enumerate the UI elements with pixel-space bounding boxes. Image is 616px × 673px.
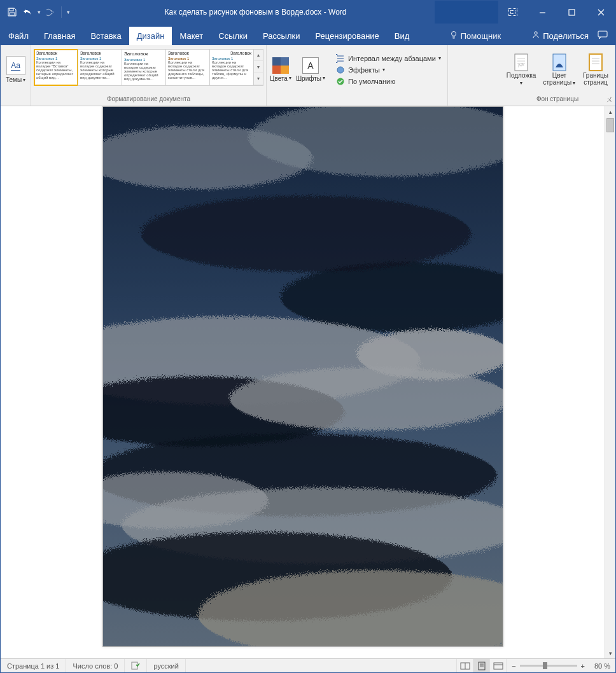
style-thumb-2[interactable]: ЗаголовокЗаголовок 1Коллекции на вкладке… bbox=[78, 49, 122, 86]
qat-customize-icon[interactable]: ▾ bbox=[67, 9, 70, 15]
status-proofing[interactable] bbox=[125, 659, 147, 672]
svg-rect-47 bbox=[494, 663, 503, 669]
tab-view[interactable]: Вид bbox=[387, 27, 417, 45]
redo-icon[interactable] bbox=[46, 7, 56, 17]
close-button[interactable] bbox=[586, 1, 615, 24]
group-fonts: A Шрифты▾ bbox=[292, 45, 329, 106]
view-web-layout-button[interactable] bbox=[489, 659, 506, 672]
fonts-button[interactable]: A Шрифты▾ bbox=[295, 57, 326, 82]
svg-point-6 bbox=[451, 32, 456, 36]
effects-label: Эффекты bbox=[348, 66, 380, 74]
tab-home[interactable]: Главная bbox=[36, 27, 83, 45]
chevron-down-icon: ▾ bbox=[438, 55, 441, 61]
proofing-icon bbox=[131, 661, 140, 671]
scroll-up-icon[interactable]: ▴ bbox=[605, 106, 615, 117]
svg-point-14 bbox=[337, 67, 344, 73]
page-color-icon bbox=[550, 53, 568, 71]
zoom-out-button[interactable]: − bbox=[512, 662, 515, 670]
watermark-icon: Aa bbox=[512, 53, 530, 71]
svg-point-9 bbox=[535, 32, 537, 34]
ribbon: Aa Темы▾ ЗаголовокЗаголовок 1Коллекции н… bbox=[1, 45, 615, 106]
page-borders-label: Границы страниц bbox=[578, 73, 613, 86]
lightbulb-icon bbox=[449, 31, 458, 41]
page-color-button[interactable]: Цвет страницы ▾ bbox=[540, 53, 578, 86]
group-document-formatting: ЗаголовокЗаголовок 1Коллекции на вкладке… bbox=[31, 45, 267, 106]
maximize-button[interactable] bbox=[557, 1, 586, 24]
tab-file[interactable]: Файл bbox=[1, 27, 36, 45]
gallery-down-icon[interactable]: ▾ bbox=[254, 61, 263, 73]
tab-layout[interactable]: Макет bbox=[172, 27, 211, 45]
gallery-scroll[interactable]: ▴▾▾ bbox=[253, 49, 263, 86]
colors-button[interactable]: Цвета▾ bbox=[269, 57, 292, 82]
zoom-control[interactable]: − + 80 % bbox=[506, 659, 615, 672]
titlebar: ▾ ▾ Как сделать рисунок фоновым в Ворде.… bbox=[1, 1, 615, 24]
style-thumb-1[interactable]: ЗаголовокЗаголовок 1Коллекции на вкладке… bbox=[34, 49, 78, 86]
document-area: ▴ ▾ bbox=[1, 106, 615, 658]
ribbon-collapse-icon[interactable]: ㄨ bbox=[606, 95, 613, 104]
watermark-button[interactable]: Aa Подложка▾ bbox=[502, 53, 540, 86]
page-background-image bbox=[103, 107, 503, 646]
status-language[interactable]: русский bbox=[147, 659, 185, 672]
zoom-level[interactable]: 80 % bbox=[589, 662, 610, 670]
effects-button[interactable]: Эффекты▾ bbox=[335, 65, 441, 75]
minimize-button[interactable] bbox=[528, 1, 557, 24]
scroll-down-icon[interactable]: ▾ bbox=[605, 648, 615, 658]
quick-access-toolbar: ▾ ▾ bbox=[1, 1, 76, 24]
undo-dropdown-icon[interactable]: ▾ bbox=[38, 9, 41, 15]
paragraph-spacing-icon bbox=[335, 53, 346, 64]
ribbon-display-button[interactable] bbox=[498, 1, 528, 24]
tab-insert[interactable]: Вставка bbox=[83, 27, 129, 45]
tab-references[interactable]: Ссылки bbox=[211, 27, 255, 45]
zoom-slider[interactable] bbox=[520, 665, 577, 667]
view-print-layout-button[interactable] bbox=[473, 659, 489, 672]
style-thumb-5[interactable]: ЗаголовокЗаголовок 1Коллекции на вкладке… bbox=[209, 49, 254, 86]
group-colors: Цвета▾ bbox=[267, 45, 292, 106]
checkmark-icon bbox=[335, 76, 346, 87]
zoom-slider-thumb[interactable] bbox=[543, 662, 547, 669]
chevron-down-icon: ▾ bbox=[520, 80, 522, 86]
tell-me-label[interactable]: Помощник bbox=[461, 31, 501, 41]
group-themes: Aa Темы▾ bbox=[1, 45, 31, 106]
share-button[interactable]: Поделиться bbox=[543, 31, 589, 41]
document-canvas[interactable] bbox=[1, 106, 605, 658]
comments-icon[interactable] bbox=[598, 31, 608, 41]
themes-button[interactable]: Aa Темы▾ bbox=[3, 56, 29, 83]
scroll-thumb[interactable] bbox=[606, 118, 614, 132]
gallery-more-icon[interactable]: ▾ bbox=[254, 73, 263, 85]
page-color-label: Цвет страницы bbox=[543, 72, 572, 86]
style-thumb-3[interactable]: ЗаголовокЗаголовок 1Коллекции на вкладке… bbox=[122, 49, 166, 86]
user-account-button[interactable] bbox=[435, 1, 498, 24]
qat-separator bbox=[61, 6, 62, 18]
colors-icon bbox=[272, 57, 289, 74]
zoom-in-button[interactable]: + bbox=[581, 662, 585, 670]
svg-rect-0 bbox=[10, 8, 13, 11]
set-default-label: По умолчанию bbox=[348, 78, 395, 85]
fonts-label: Шрифты bbox=[296, 75, 321, 82]
view-read-mode-button[interactable] bbox=[456, 659, 473, 672]
tab-design[interactable]: Дизайн bbox=[129, 27, 172, 45]
ribbon-tabs: Файл Главная Вставка Дизайн Макет Ссылки… bbox=[1, 24, 615, 45]
colors-label: Цвета bbox=[270, 75, 288, 82]
paragraph-spacing-button[interactable]: Интервал между абзацами▾ bbox=[335, 53, 441, 64]
tab-review[interactable]: Рецензирование bbox=[307, 27, 386, 45]
chevron-down-icon: ▾ bbox=[323, 75, 325, 82]
set-default-button[interactable]: По умолчанию bbox=[335, 76, 441, 87]
chevron-down-icon: ▾ bbox=[382, 67, 385, 73]
tab-mailings[interactable]: Рассылки bbox=[255, 27, 307, 45]
status-word-count[interactable]: Число слов: 0 bbox=[66, 659, 125, 672]
undo-icon[interactable] bbox=[22, 7, 32, 17]
share-icon bbox=[531, 31, 540, 41]
style-thumb-4[interactable]: ЗаголовокЗаголовок 1Коллекции на вкладке… bbox=[165, 49, 210, 86]
status-page[interactable]: Страница 1 из 1 bbox=[1, 659, 66, 672]
effects-icon bbox=[335, 65, 346, 75]
page-background-group-label: Фон страницы bbox=[536, 93, 578, 104]
save-icon[interactable] bbox=[7, 7, 17, 17]
page-borders-button[interactable]: Границы страниц bbox=[578, 53, 613, 86]
svg-rect-22 bbox=[589, 54, 602, 71]
window-title: Как сделать рисунок фоновым в Ворде.docx… bbox=[76, 8, 435, 17]
style-gallery[interactable]: ЗаголовокЗаголовок 1Коллекции на вкладке… bbox=[34, 49, 263, 91]
scroll-track[interactable] bbox=[605, 117, 615, 648]
vertical-scrollbar[interactable]: ▴ ▾ bbox=[605, 106, 615, 658]
paragraph-spacing-label: Интервал между абзацами bbox=[348, 55, 436, 62]
gallery-up-icon[interactable]: ▴ bbox=[254, 50, 263, 62]
